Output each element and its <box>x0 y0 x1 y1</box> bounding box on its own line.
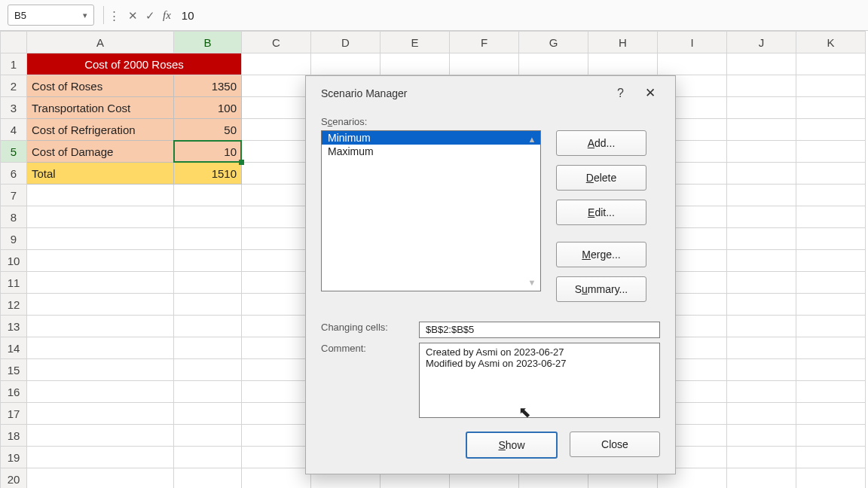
scenario-item[interactable]: Minimum <box>322 131 540 145</box>
close-button[interactable]: Close <box>570 432 660 457</box>
cell-J13[interactable] <box>727 316 796 337</box>
cell-B8[interactable] <box>174 206 242 228</box>
col-header-I[interactable]: I <box>658 32 727 53</box>
cancel-icon[interactable]: ✕ <box>128 10 138 21</box>
cell-J14[interactable] <box>727 337 796 359</box>
cell-C17[interactable] <box>242 403 311 425</box>
cell-B11[interactable] <box>174 272 242 294</box>
row-header-14[interactable]: 14 <box>1 337 27 359</box>
cell-C11[interactable] <box>242 272 311 294</box>
col-header-E[interactable]: E <box>381 32 450 53</box>
cell-J10[interactable] <box>727 250 796 272</box>
row-header-16[interactable]: 16 <box>1 381 27 403</box>
cell-F1[interactable] <box>450 53 519 75</box>
cell-J16[interactable] <box>727 381 796 403</box>
cell-K14[interactable] <box>796 337 866 359</box>
cell-A16[interactable] <box>27 381 174 403</box>
cell-B15[interactable] <box>174 359 242 381</box>
show-button[interactable]: Show <box>466 432 558 459</box>
cell-B7[interactable] <box>174 185 242 206</box>
cell-A4[interactable]: Cost of Refrigeration <box>27 119 174 141</box>
col-header-G[interactable]: G <box>519 32 588 53</box>
cell-B10[interactable] <box>174 250 242 272</box>
cell-K9[interactable] <box>796 228 866 250</box>
chevron-down-icon[interactable]: ▾ <box>83 11 87 20</box>
select-all-corner[interactable] <box>1 32 27 53</box>
cell-J2[interactable] <box>727 75 796 97</box>
cell-A15[interactable] <box>27 359 174 381</box>
cell-K11[interactable] <box>796 272 866 294</box>
cell-A11[interactable] <box>27 272 174 294</box>
cell-A8[interactable] <box>27 206 174 228</box>
cell-J7[interactable] <box>727 185 796 206</box>
cell-B19[interactable] <box>174 447 242 468</box>
cell-A3[interactable]: Transportation Cost <box>27 97 174 119</box>
cell-B3[interactable]: 100 <box>174 97 242 119</box>
cell-K16[interactable] <box>796 381 866 403</box>
add-button[interactable]: Add... <box>556 130 646 156</box>
cell-C9[interactable] <box>242 228 311 250</box>
row-header-10[interactable]: 10 <box>1 250 27 272</box>
row-header-3[interactable]: 3 <box>1 97 27 119</box>
scenario-item[interactable]: Maximum <box>322 145 540 158</box>
cell-B13[interactable] <box>174 316 242 337</box>
cell-C14[interactable] <box>242 337 311 359</box>
cell-H1[interactable] <box>588 53 658 75</box>
col-header-D[interactable]: D <box>311 32 381 53</box>
formula-input[interactable]: 10 <box>171 9 868 22</box>
cell-J11[interactable] <box>727 272 796 294</box>
cell-D1[interactable] <box>311 53 381 75</box>
cell-C7[interactable] <box>242 185 311 206</box>
cell-B12[interactable] <box>174 294 242 316</box>
col-header-K[interactable]: K <box>796 32 866 53</box>
cell-C2[interactable] <box>242 75 311 97</box>
row-header-9[interactable]: 9 <box>1 228 27 250</box>
cell-C18[interactable] <box>242 425 311 447</box>
cell-K18[interactable] <box>796 425 866 447</box>
col-header-C[interactable]: C <box>242 32 311 53</box>
cell-K1[interactable] <box>796 53 866 75</box>
merge-button[interactable]: Merge... <box>556 242 646 267</box>
cell-I1[interactable] <box>658 53 727 75</box>
cell-C15[interactable] <box>242 359 311 381</box>
row-header-13[interactable]: 13 <box>1 316 27 337</box>
cell-A13[interactable] <box>27 316 174 337</box>
enter-icon[interactable]: ✓ <box>145 10 155 21</box>
cell-K6[interactable] <box>796 163 866 185</box>
cell-C4[interactable] <box>242 119 311 141</box>
col-header-B[interactable]: B <box>174 32 242 53</box>
cell-J17[interactable] <box>727 403 796 425</box>
cell-A17[interactable] <box>27 403 174 425</box>
col-header-J[interactable]: J <box>727 32 796 53</box>
cell-K10[interactable] <box>796 250 866 272</box>
cell-A1[interactable]: Cost of 2000 Roses <box>27 53 242 75</box>
col-header-F[interactable]: F <box>450 32 519 53</box>
close-icon[interactable]: ✕ <box>634 84 666 102</box>
cell-B2[interactable]: 1350 <box>174 75 242 97</box>
col-header-H[interactable]: H <box>588 32 658 53</box>
more-icon[interactable]: ⋮ <box>108 10 121 21</box>
row-header-20[interactable]: 20 <box>1 468 27 489</box>
cell-A12[interactable] <box>27 294 174 316</box>
cell-B5[interactable]: 10 <box>174 141 242 163</box>
cell-A19[interactable] <box>27 447 174 468</box>
cell-B17[interactable] <box>174 403 242 425</box>
cell-J5[interactable] <box>727 141 796 163</box>
cell-K15[interactable] <box>796 359 866 381</box>
fx-icon[interactable]: fx <box>163 10 171 21</box>
cell-K17[interactable] <box>796 403 866 425</box>
cell-A6[interactable]: Total <box>27 163 174 185</box>
name-box[interactable]: B5 ▾ <box>8 5 94 26</box>
cell-K4[interactable] <box>796 119 866 141</box>
cell-C10[interactable] <box>242 250 311 272</box>
cell-J18[interactable] <box>727 425 796 447</box>
cell-A2[interactable]: Cost of Roses <box>27 75 174 97</box>
cell-A10[interactable] <box>27 250 174 272</box>
cell-C5[interactable] <box>242 141 311 163</box>
row-header-19[interactable]: 19 <box>1 447 27 468</box>
summary-button[interactable]: Summary... <box>556 276 646 302</box>
cell-B4[interactable]: 50 <box>174 119 242 141</box>
cell-A9[interactable] <box>27 228 174 250</box>
row-header-7[interactable]: 7 <box>1 185 27 206</box>
cell-G1[interactable] <box>519 53 588 75</box>
